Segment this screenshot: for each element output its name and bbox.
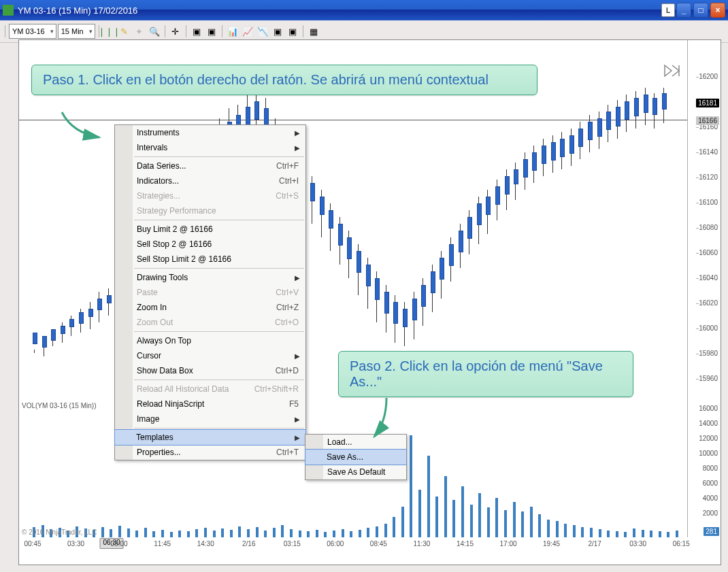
chart1-icon[interactable]: 📊 [226,24,239,38]
title-bar: YM 03-16 (15 Min) 17/02/2016 L _ □ × [0,0,728,20]
menu-item: Strategies...Ctrl+S [115,188,305,203]
panel1-icon[interactable]: ▣ [190,24,203,38]
menu-item[interactable]: Drawing Tools▶ [115,270,305,285]
menu-item[interactable]: Data Series...Ctrl+F [115,158,305,173]
zoom-icon[interactable]: 🔍 [148,24,161,38]
menu-item[interactable]: Reload NinjaScriptF5 [115,397,305,411]
menu-item[interactable]: Properties...Ctrl+T [115,445,305,460]
menu-item[interactable]: Always On Top [115,333,305,348]
menu-item: Zoom OutCtrl+O [115,315,305,330]
app-icon [3,5,14,16]
submenu-item[interactable]: Save As Default [305,465,406,480]
panel2-icon[interactable]: ▣ [205,24,218,38]
menu-item[interactable]: Templates▶ [114,429,306,445]
menu-item[interactable]: Buy Limit 2 @ 16166 [115,222,305,237]
chart3-icon[interactable]: 📉 [256,24,269,38]
crosshair-icon[interactable]: ✛ [169,24,182,38]
menu-item[interactable]: Indicators...Ctrl+I [115,173,305,188]
maximize-button[interactable]: □ [693,3,708,18]
menu-item[interactable]: Cursor▶ [115,348,305,363]
interval-select[interactable]: 15 Min [58,24,95,39]
grid-icon[interactable]: ▦ [307,24,320,38]
panel4-icon[interactable]: ▣ [286,24,299,38]
menu-item[interactable]: Zoom InCtrl+Z [115,300,305,315]
callout-step1: Paso 1. Click en el botón derecho del ra… [31,65,537,95]
volume-current-label: 281 [704,527,719,536]
app-window: YM 03-16 (15 Min) 17/02/2016 L _ □ × YM … [0,0,728,572]
chart2-icon[interactable]: 📈 [241,24,254,38]
panel3-icon[interactable]: ▣ [271,24,284,38]
price-axis: 1620016180161601614016120161001608016060… [687,40,721,401]
menu-item: PasteCtrl+V [115,285,305,300]
bars-icon[interactable]: ❘❘❘ [103,24,116,38]
time-axis: 06:30 00:4503:3009:0011:4514:302/1603:15… [19,537,721,565]
price-line-label: 16166 [696,116,719,125]
price-current-label: 16181 [696,99,719,107]
context-menu: Instruments▶Intervals▶Data Series...Ctrl… [114,124,306,460]
menu-item[interactable]: Image▶ [115,411,305,426]
menu-item[interactable]: Show Data BoxCtrl+D [115,363,305,378]
minimize-button[interactable]: _ [676,3,691,18]
callout-step2: Paso 2. Click en la opción de menú "Save… [338,351,633,397]
window-title: YM 03-16 (15 Min) 17/02/2016 [18,5,137,16]
close-button[interactable]: × [710,3,725,18]
menu-item[interactable]: Sell Stop Limit 2 @ 16166 [115,252,305,267]
instrument-select[interactable]: YM 03-16 [9,24,56,39]
menu-item: Reload All Historical DataCtrl+Shift+R [115,382,305,397]
menu-item[interactable]: Instruments▶ [115,125,305,140]
menu-item: Strategy Performance [115,203,305,218]
arrow-step1 [59,109,106,143]
submenu-item[interactable]: Save As... [305,449,407,465]
arrow-step2 [367,394,395,442]
menu-item[interactable]: Sell Stop 2 @ 16166 [115,237,305,252]
pencil-icon[interactable]: ✎ [118,24,131,38]
copyright-text: © 2016 NinjaTrader, LLC [22,528,97,536]
l-button[interactable]: L [661,3,675,17]
volume-axis: 160001400012000100008000600040002000 [687,401,721,537]
menu-item[interactable]: Intervals▶ [115,140,305,155]
wand-icon[interactable]: ✦ [133,24,146,38]
